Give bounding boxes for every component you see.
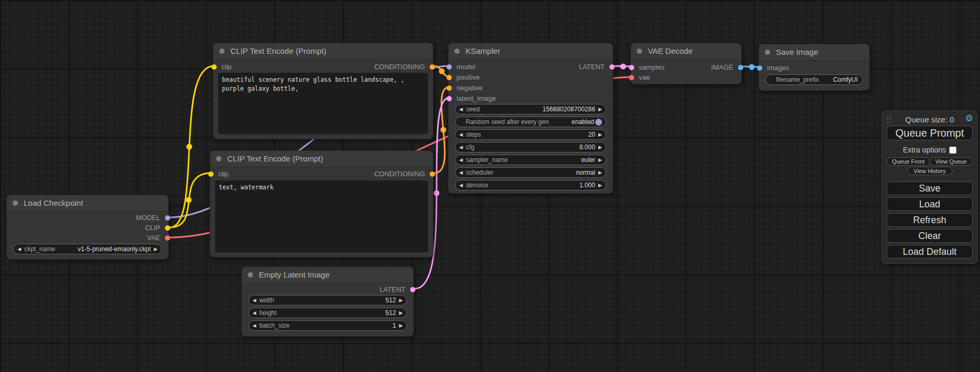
batch-size-widget[interactable]: ◀ batch_size 1 ▶: [248, 320, 407, 331]
node-save-image[interactable]: Save Image images filename_prefix ComfyU…: [759, 44, 870, 91]
node-empty-latent-image[interactable]: Empty Latent Image LATENT ◀ width 512 ▶ …: [241, 266, 414, 337]
output-slot-vae[interactable]: VAE: [147, 233, 168, 243]
node-graph-canvas[interactable]: Load Checkpoint MODEL CLIP VAE ◀ ckpt_na…: [0, 0, 980, 372]
latent-slot-dot-icon[interactable]: [609, 64, 615, 70]
increment-arrow-icon[interactable]: ▶: [598, 145, 602, 150]
increment-arrow-icon[interactable]: ▶: [598, 170, 602, 175]
collapse-dot-icon[interactable]: [765, 50, 770, 55]
extra-options-checkbox[interactable]: [949, 147, 956, 154]
clip-slot-dot-icon[interactable]: [211, 64, 217, 70]
node-clip-text-encode-positive[interactable]: CLIP Text Encode (Prompt) clip CONDITION…: [213, 43, 433, 139]
queue-panel[interactable]: Queue size: 0 ⚙ Queue Prompt Extra optio…: [881, 111, 978, 264]
output-slot-image[interactable]: IMAGE: [711, 63, 741, 72]
collapse-dot-icon[interactable]: [216, 156, 221, 161]
queue-prompt-button[interactable]: Queue Prompt: [887, 126, 973, 140]
image-slot-dot-icon[interactable]: [757, 65, 762, 71]
increment-arrow-icon[interactable]: ▶: [399, 298, 403, 303]
view-history-button[interactable]: View History: [907, 167, 953, 175]
decrement-arrow-icon[interactable]: ◀: [17, 247, 21, 252]
decrement-arrow-icon[interactable]: ◀: [459, 145, 463, 150]
input-slot-negative[interactable]: negative: [449, 83, 482, 93]
refresh-button[interactable]: Refresh: [887, 213, 973, 227]
increment-arrow-icon[interactable]: ▶: [399, 311, 403, 316]
latent-slot-dot-icon[interactable]: [447, 96, 452, 101]
output-slot-latent[interactable]: LATENT: [380, 285, 413, 294]
output-slot-latent[interactable]: LATENT: [579, 62, 613, 72]
conditioning-slot-dot-icon[interactable]: [430, 64, 435, 70]
output-slot-model[interactable]: MODEL: [136, 213, 168, 223]
toggle-knob-icon[interactable]: [595, 119, 602, 126]
increment-arrow-icon[interactable]: ▶: [598, 132, 602, 137]
steps-widget[interactable]: ◀ steps 20 ▶: [455, 129, 606, 140]
conditioning-slot-dot-icon[interactable]: [447, 85, 452, 91]
increment-arrow-icon[interactable]: ▶: [154, 247, 158, 252]
clip-slot-dot-icon[interactable]: [208, 171, 214, 177]
input-slot-latent-image[interactable]: latent_image: [449, 94, 496, 103]
latent-slot-dot-icon[interactable]: [410, 287, 415, 292]
node-clip-text-encode-negative[interactable]: CLIP Text Encode (Prompt) clip CONDITION…: [210, 150, 433, 257]
input-slot-vae[interactable]: vae: [631, 73, 650, 82]
increment-arrow-icon[interactable]: ▶: [399, 323, 403, 328]
queue-front-button[interactable]: Queue Front: [887, 157, 930, 166]
decrement-arrow-icon[interactable]: ◀: [459, 158, 463, 163]
vae-slot-dot-icon[interactable]: [165, 235, 170, 241]
output-slot-conditioning[interactable]: CONDITIONING: [374, 62, 433, 72]
vae-slot-dot-icon[interactable]: [629, 75, 634, 80]
ckpt-name-widget[interactable]: ◀ ckpt_name v1-5-pruned-emaonly.ckpt ▶: [13, 244, 162, 254]
scheduler-widget[interactable]: ◀ scheduler normal ▶: [455, 167, 606, 178]
decrement-arrow-icon[interactable]: ◀: [253, 323, 256, 328]
decrement-arrow-icon[interactable]: ◀: [253, 311, 256, 316]
collapse-dot-icon[interactable]: [219, 49, 225, 54]
height-widget[interactable]: ◀ height 512 ▶: [248, 308, 407, 318]
conditioning-slot-dot-icon[interactable]: [447, 75, 452, 80]
model-slot-dot-icon[interactable]: [447, 64, 452, 70]
collapse-dot-icon[interactable]: [248, 272, 253, 278]
node-title[interactable]: CLIP Text Encode (Prompt): [210, 151, 433, 167]
view-queue-button[interactable]: View Queue: [929, 157, 973, 166]
node-load-checkpoint[interactable]: Load Checkpoint MODEL CLIP VAE ◀ ckpt_na…: [6, 195, 169, 260]
increment-arrow-icon[interactable]: ▶: [598, 183, 602, 188]
filename-prefix-widget[interactable]: filename_prefix ComfyUI: [765, 74, 863, 85]
increment-arrow-icon[interactable]: ▶: [598, 107, 602, 112]
latent-slot-dot-icon[interactable]: [629, 65, 634, 70]
node-title[interactable]: Save Image: [759, 44, 869, 61]
node-title[interactable]: VAE Decode: [631, 43, 741, 60]
collapse-dot-icon[interactable]: [454, 49, 460, 54]
decrement-arrow-icon[interactable]: ◀: [459, 107, 463, 112]
node-title[interactable]: Load Checkpoint: [7, 195, 168, 212]
output-slot-clip[interactable]: CLIP: [145, 223, 168, 233]
input-slot-clip[interactable]: clip: [214, 62, 232, 72]
random-seed-toggle-widget[interactable]: Random seed after every gen enabled: [455, 117, 606, 127]
clip-slot-dot-icon[interactable]: [165, 225, 170, 231]
collapse-dot-icon[interactable]: [13, 201, 18, 206]
node-ksampler[interactable]: KSampler model positive negative latent_…: [448, 43, 613, 194]
cfg-widget[interactable]: ◀ cfg 8.000 ▶: [455, 142, 606, 152]
width-widget[interactable]: ◀ width 512 ▶: [248, 295, 407, 306]
node-title[interactable]: KSampler: [449, 43, 613, 60]
input-slot-images[interactable]: images: [759, 63, 789, 73]
denoise-widget[interactable]: ◀ denoise 1.000 ▶: [455, 180, 606, 190]
load-button[interactable]: Load: [887, 197, 973, 211]
prompt-textarea[interactable]: text, watermark: [215, 180, 428, 252]
collapse-dot-icon[interactable]: [637, 49, 642, 54]
input-slot-clip[interactable]: clip: [210, 169, 229, 179]
decrement-arrow-icon[interactable]: ◀: [459, 132, 463, 137]
sampler-name-widget[interactable]: ◀ sampler_name euler ▶: [455, 155, 606, 165]
decrement-arrow-icon[interactable]: ◀: [459, 170, 463, 175]
input-slot-positive[interactable]: positive: [449, 73, 480, 82]
model-slot-dot-icon[interactable]: [165, 215, 170, 221]
node-title[interactable]: CLIP Text Encode (Prompt): [214, 43, 433, 60]
output-slot-conditioning[interactable]: CONDITIONING: [374, 169, 433, 179]
increment-arrow-icon[interactable]: ▶: [598, 158, 602, 163]
conditioning-slot-dot-icon[interactable]: [430, 171, 435, 177]
input-slot-samples[interactable]: samples: [631, 63, 664, 72]
clear-button[interactable]: Clear: [887, 229, 973, 243]
save-button[interactable]: Save: [887, 182, 973, 195]
decrement-arrow-icon[interactable]: ◀: [459, 183, 463, 188]
decrement-arrow-icon[interactable]: ◀: [253, 298, 256, 303]
load-default-button[interactable]: Load Default: [887, 245, 973, 259]
node-title[interactable]: Empty Latent Image: [242, 267, 413, 283]
input-slot-model[interactable]: model: [449, 62, 475, 72]
node-vae-decode[interactable]: VAE Decode samples vae IMAGE: [630, 43, 742, 84]
image-slot-dot-icon[interactable]: [738, 65, 743, 70]
